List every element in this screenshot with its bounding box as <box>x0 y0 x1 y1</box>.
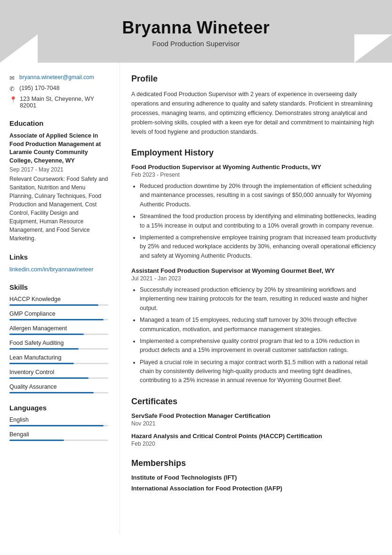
skill-bar-fill <box>9 334 84 335</box>
membership-name: International Association for Food Prote… <box>131 485 379 492</box>
skill-item: Lean Manufacturing <box>9 354 108 364</box>
skill-label: Allergen Management <box>9 325 108 332</box>
languages-list: English Bengali <box>9 416 108 441</box>
skill-bar-fill <box>9 348 79 350</box>
skill-bar-bg <box>9 348 108 350</box>
job-title: Food Production Supervisor at Wyoming Au… <box>131 163 379 171</box>
skill-item: Quality Assurance <box>9 384 108 393</box>
skill-item: Inventory Control <box>9 369 108 379</box>
memberships-title: Memberships <box>131 458 379 469</box>
skill-bar-bg <box>9 319 108 320</box>
skill-item: Food Safety Auditing <box>9 340 108 350</box>
address-value: 123 Main St, Cheyenne, WY 82001 <box>20 96 108 109</box>
skill-label: Lean Manufacturing <box>9 354 108 361</box>
job-entry: Food Production Supervisor at Wyoming Au… <box>131 163 379 261</box>
email-item: ✉ bryanna.wineteer@gmail.com <box>9 74 108 82</box>
bullet-item: Streamlined the food production process … <box>140 212 379 230</box>
language-item: Bengali <box>9 431 108 441</box>
job-bullets: Successfully increased production effici… <box>131 286 379 385</box>
education-title: Education <box>9 119 108 127</box>
skill-label: Food Safety Auditing <box>9 340 108 346</box>
address-item: 📍 123 Main St, Cheyenne, WY 82001 <box>9 96 108 109</box>
skills-list: HACCP Knowledge GMP Compliance Allergen … <box>9 296 108 393</box>
skill-item: HACCP Knowledge <box>9 296 108 306</box>
skill-bar-bg <box>9 377 108 379</box>
languages-section: Languages English Bengali <box>9 404 108 441</box>
resume-header: Bryanna Wineteer Food Production Supervi… <box>0 0 392 63</box>
membership-entry: International Association for Food Prote… <box>131 485 379 492</box>
linkedin-link[interactable]: linkedin.com/in/bryannawineteer <box>9 266 94 273</box>
language-bar-bg <box>9 440 108 441</box>
cert-date: Nov 2021 <box>131 420 379 427</box>
skill-bar-fill <box>9 319 104 320</box>
skill-label: Quality Assurance <box>9 384 108 390</box>
job-dates: Feb 2023 - Present <box>131 171 379 178</box>
job-dates: Jul 2021 - Jan 2023 <box>131 275 379 282</box>
skill-bar-fill <box>9 363 74 364</box>
profile-title: Profile <box>131 74 379 85</box>
education-dates: Sep 2017 - May 2021 <box>9 166 108 173</box>
cert-name: Hazard Analysis and Critical Control Poi… <box>131 433 379 440</box>
bullet-item: Successfully increased production effici… <box>140 286 379 313</box>
language-bar-fill <box>9 440 64 441</box>
candidate-title: Food Production Supervisor <box>9 40 383 48</box>
job-title: Assistant Food Production Supervisor at … <box>131 267 379 274</box>
skill-bar-bg <box>9 304 108 306</box>
cert-entry: ServSafe Food Protection Manager Certifi… <box>131 412 379 427</box>
job-entry: Assistant Food Production Supervisor at … <box>131 267 379 385</box>
skill-item: Allergen Management <box>9 325 108 335</box>
body-layout: ✉ bryanna.wineteer@gmail.com ✆ (195) 170… <box>0 63 392 534</box>
memberships-list: Institute of Food Technologists (IFT)Int… <box>131 474 379 492</box>
skill-bar-fill <box>9 304 98 306</box>
skill-bar-fill <box>9 377 88 379</box>
membership-name: Institute of Food Technologists (IFT) <box>131 474 379 481</box>
linkedin-item: linkedin.com/in/bryannawineteer <box>9 266 108 273</box>
language-label: English <box>9 416 108 423</box>
language-item: English <box>9 416 108 426</box>
bullet-item: Implemented a comprehensive employee tra… <box>140 233 379 261</box>
skill-item: GMP Compliance <box>9 310 108 320</box>
membership-entry: Institute of Food Technologists (IFT) <box>131 474 379 481</box>
cert-entry: Hazard Analysis and Critical Control Poi… <box>131 433 379 447</box>
skills-title: Skills <box>9 283 108 291</box>
main-content: Profile A dedicated Food Production Supe… <box>120 63 392 534</box>
bullet-item: Implemented a comprehensive quality cont… <box>140 337 379 355</box>
bullet-item: Reduced production downtime by 20% throu… <box>140 182 379 209</box>
employment-section: Employment History Food Production Super… <box>131 148 379 385</box>
skill-bar-bg <box>9 363 108 364</box>
jobs-list: Food Production Supervisor at Wyoming Au… <box>131 163 379 385</box>
certs-list: ServSafe Food Protection Manager Certifi… <box>131 412 379 447</box>
phone-value: (195) 170-7048 <box>19 85 59 91</box>
certificates-title: Certificates <box>131 397 379 408</box>
email-link[interactable]: bryanna.wineteer@gmail.com <box>19 74 94 81</box>
email-icon: ✉ <box>9 74 16 82</box>
skill-bar-bg <box>9 334 108 335</box>
languages-title: Languages <box>9 404 108 412</box>
links-section: Links linkedin.com/in/bryannawineteer <box>9 253 108 273</box>
education-section: Education Associate of Applied Science i… <box>9 119 108 243</box>
profile-text: A dedicated Food Production Supervisor w… <box>131 90 379 137</box>
language-bar-bg <box>9 425 108 426</box>
skill-label: GMP Compliance <box>9 310 108 317</box>
phone-item: ✆ (195) 170-7048 <box>9 85 108 92</box>
skill-bar-fill <box>9 392 94 393</box>
skill-bar-bg <box>9 392 108 393</box>
cert-date: Feb 2020 <box>131 441 379 447</box>
job-bullets: Reduced production downtime by 20% throu… <box>131 182 379 261</box>
language-label: Bengali <box>9 431 108 438</box>
skill-label: HACCP Knowledge <box>9 296 108 302</box>
profile-section: Profile A dedicated Food Production Supe… <box>131 74 379 137</box>
education-degree: Associate of Applied Science in Food Pro… <box>9 132 108 165</box>
employment-title: Employment History <box>131 148 379 159</box>
contact-section: ✉ bryanna.wineteer@gmail.com ✆ (195) 170… <box>9 74 108 109</box>
cert-name: ServSafe Food Protection Manager Certifi… <box>131 412 379 419</box>
memberships-section: Memberships Institute of Food Technologi… <box>131 458 379 492</box>
candidate-name: Bryanna Wineteer <box>9 18 383 38</box>
skills-section: Skills HACCP Knowledge GMP Compliance Al… <box>9 283 108 393</box>
bullet-item: Managed a team of 15 employees, reducing… <box>140 316 379 334</box>
skill-label: Inventory Control <box>9 369 108 375</box>
location-icon: 📍 <box>9 96 16 103</box>
education-coursework: Relevant Coursework: Food Safety and San… <box>9 175 108 243</box>
certificates-section: Certificates ServSafe Food Protection Ma… <box>131 397 379 447</box>
language-bar-fill <box>9 425 104 426</box>
